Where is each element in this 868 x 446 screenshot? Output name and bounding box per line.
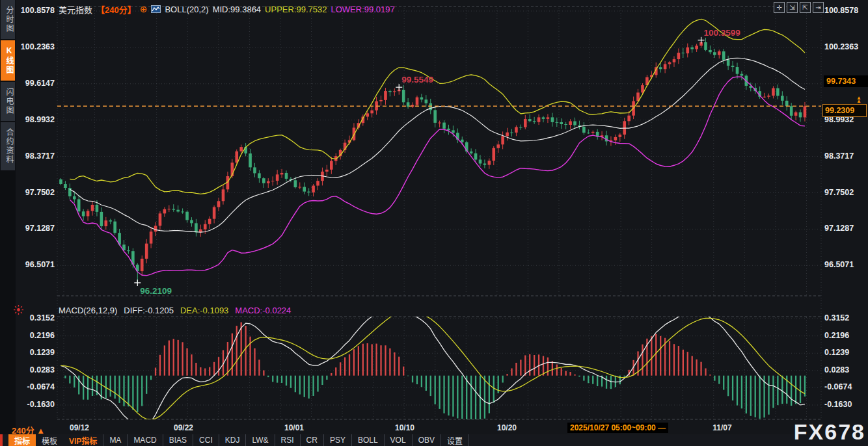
macd-y-label-right: 0.0283: [824, 365, 866, 375]
main-y-label-right: 100.2363: [824, 42, 866, 52]
boll-lower-value: LOWER:99.0197: [331, 5, 395, 14]
high-annotation: 99.5549: [401, 75, 433, 85]
x-axis-date: 11/07: [696, 423, 748, 432]
upper-band-tag: 99.7343: [824, 75, 868, 87]
fit-time-axis-icon[interactable]: ⇱: [800, 2, 811, 13]
macd-name: MACD(26,12,9): [59, 306, 117, 315]
chart-canvas[interactable]: 96.210999.5549100.3599: [0, 0, 868, 446]
toolbar-accent-bar: [0, 434, 3, 446]
macd-y-label-right: 0.3152: [824, 313, 866, 323]
main-y-label-left: 98.3717: [17, 151, 55, 161]
macd-y-label-right: 0.1239: [824, 348, 866, 358]
main-y-label-right: 97.1287: [824, 224, 866, 233]
add-indicator-icon[interactable]: ⊕: [140, 5, 148, 13]
sidebar: 分时图K线图闪电图合约资料: [0, 0, 16, 446]
fit-both-axes-icon[interactable]: ⇲: [787, 2, 798, 13]
toolbar-item-KDJ[interactable]: KDJ: [219, 434, 246, 446]
toolbar-item-VIP指标[interactable]: VIP指标: [63, 434, 103, 446]
macd-y-label-left: -0.1630: [17, 400, 55, 410]
macd-diff-value: DIFF:-0.1205: [124, 306, 174, 315]
boll-upper-value: UPPER:99.7532: [265, 5, 327, 14]
trading-app: 96.210999.5549100.3599 分时图K线图闪电图合约资料 美元指…: [0, 0, 868, 446]
last-price-tag: 99.2309: [822, 104, 867, 117]
high-annotation: 100.3599: [704, 28, 740, 38]
macd-y-label-right: 0.2196: [824, 331, 866, 341]
x-axis-date: 10/10: [379, 423, 431, 432]
boll-label: BOLL(20,2): [165, 5, 208, 14]
sidebar-tab-2[interactable]: 闪电图: [1, 82, 15, 121]
chart-toolbar-icons: ✛⇲⇱⇥: [774, 2, 824, 13]
macd-y-label-left: -0.0674: [17, 382, 55, 392]
toolbar-item-OBV[interactable]: OBV: [412, 434, 441, 446]
sidebar-tab-1[interactable]: K线图: [1, 40, 15, 81]
sidebar-tab-3[interactable]: 合约资料: [1, 122, 15, 170]
macd-y-label-right: -0.0674: [824, 382, 866, 392]
macd-y-label-left: 0.0283: [17, 365, 55, 375]
x-axis-date: 09/12: [53, 423, 105, 432]
scroll-right-icon[interactable]: ⇥: [813, 2, 824, 13]
main-y-label-right: 98.3717: [824, 151, 866, 161]
macd-hist-value: MACD:-0.0224: [235, 306, 291, 315]
toolbar-item-RSI[interactable]: RSI: [275, 434, 300, 446]
price-up-arrow-icon: ▲▲: [856, 96, 861, 103]
main-y-label-right: 97.7502: [824, 188, 866, 198]
symbol-name: 美元指数: [59, 3, 92, 16]
macd-y-label-left: 0.1239: [17, 348, 55, 358]
chart-title: 美元指数 【240分】 ⊕ BOLL(20,2) MID:99.3864 UPP…: [59, 3, 395, 15]
main-y-label-left: 99.6147: [17, 79, 55, 88]
main-y-label-left: 96.5071: [17, 260, 55, 270]
toolbar-item-CCI[interactable]: CCI: [193, 434, 219, 446]
toolbar-item-指标[interactable]: 指标: [8, 434, 36, 446]
toolbar-item-模板[interactable]: 模板: [36, 434, 63, 446]
macd-header: MACD(26,12,9) DIFF:-0.1205 DEA:-0.1093 M…: [59, 305, 291, 315]
main-y-label-left: 98.9932: [17, 115, 55, 125]
toolbar-item-CR[interactable]: CR: [300, 434, 323, 446]
hovered-candle-time: 2025/10/27 05:00~09:00 —: [567, 423, 668, 433]
main-y-label-left: 97.1287: [17, 224, 55, 233]
indicator-settings-icon[interactable]: [13, 304, 24, 315]
x-axis-date: 10/20: [481, 423, 533, 432]
main-y-label-right: 100.8578: [824, 6, 866, 16]
toolbar-item-MACD[interactable]: MACD: [127, 434, 162, 446]
chart-type-icon[interactable]: [151, 5, 161, 13]
toolbar-item-PSY[interactable]: PSY: [323, 434, 351, 446]
toolbar-item-BIAS[interactable]: BIAS: [163, 434, 193, 446]
toolbar-item-MA[interactable]: MA: [103, 434, 127, 446]
main-y-label-right: 96.5071: [824, 260, 866, 270]
x-axis-date: 09/22: [157, 423, 210, 432]
toolbar-item-BOLL[interactable]: BOLL: [351, 434, 384, 446]
bottom-toolbar: 指标模板VIP指标MAMACDBIASCCIKDJLW&RSICRPSYBOLL…: [0, 434, 868, 446]
sidebar-tab-0[interactable]: 分时图: [1, 0, 15, 39]
macd-dea-value: DEA:-0.1093: [180, 306, 228, 315]
main-y-label-left: 100.8578: [17, 6, 55, 16]
period-label: 【240分】: [96, 3, 136, 16]
toolbar-item-设置[interactable]: 设置: [441, 434, 469, 446]
pan-icon[interactable]: ✛: [774, 2, 785, 13]
toolbar-item-VOL[interactable]: VOL: [384, 434, 412, 446]
toolbar-item-LW&[interactable]: LW&: [245, 434, 274, 446]
main-y-label-left: 100.2363: [17, 42, 55, 52]
low-annotation: 96.2109: [140, 286, 172, 296]
x-axis-date: 10/01: [268, 423, 320, 432]
main-y-label-left: 97.7502: [17, 188, 55, 198]
boll-mid-value: MID:99.3864: [213, 5, 261, 14]
macd-y-label-left: 0.2196: [17, 331, 55, 341]
macd-y-label-right: -0.1630: [824, 400, 866, 410]
